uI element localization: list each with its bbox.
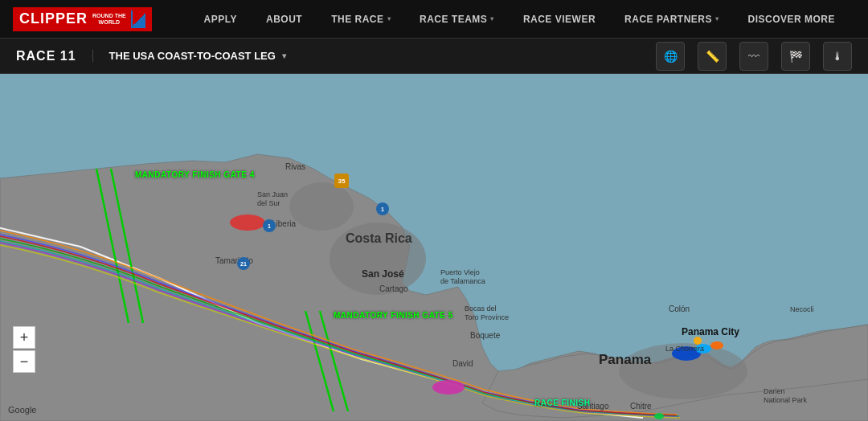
mandatory-gate-5-label: MANDATORY FINISH GATE 5: [334, 311, 453, 320]
race-title-dropdown[interactable]: THE USA COAST-TO-COAST LEG ▾: [92, 50, 286, 62]
zoom-in-button[interactable]: +: [13, 326, 35, 349]
bocas-label: Bocas delToro Province: [465, 305, 509, 322]
chitre-label: Chitre: [630, 402, 652, 411]
panama-city-label: Panama City: [682, 326, 739, 337]
necocli-label: Necocli: [790, 305, 814, 313]
rivas-label: Rivas: [285, 162, 305, 171]
nav-race-partners[interactable]: RACE PARTNERS▾: [610, 0, 733, 39]
navbar: CLIPPER ROUND THEWORLD APPLY ABOUT THE R…: [0, 0, 868, 39]
puerto-viejo-label: Puerto Viejode Talamanca: [440, 268, 485, 286]
boquete-label: Boquete: [470, 331, 500, 340]
logo-sub: ROUND THEWORLD: [92, 13, 126, 25]
thermometer-icon-btn[interactable]: 🌡: [823, 42, 852, 71]
panama-label: Panama: [599, 352, 651, 368]
race-title-chevron-icon: ▾: [282, 51, 286, 60]
nav-apply[interactable]: APPLY: [190, 0, 252, 39]
svg-point-15: [694, 337, 702, 345]
race-bar: RACE 11 THE USA COAST-TO-COAST LEG ▾ 🌐 📏…: [0, 39, 868, 74]
highway-badge-3: 1: [263, 219, 276, 232]
svg-point-11: [432, 380, 465, 394]
highway-badge: 35: [334, 174, 349, 188]
zoom-out-button[interactable]: −: [13, 350, 35, 373]
google-label: Google: [8, 405, 36, 415]
race-finish-label: RACE FINISH: [534, 399, 590, 407]
logo-text: CLIPPER: [19, 10, 88, 27]
nav-items: APPLY ABOUT THE RACE▾ RACE TEAMS▾ RACE V…: [184, 0, 855, 39]
race-title-text: THE USA COAST-TO-COAST LEG: [109, 50, 276, 62]
cartago-label: Cartago: [379, 284, 408, 293]
nav-about[interactable]: ABOUT: [252, 0, 317, 39]
costa-rica-label: Costa Rica: [346, 231, 412, 246]
nav-discover-more[interactable]: DISCOVER MORE: [734, 0, 850, 39]
nav-race-teams[interactable]: RACE TEAMS▾: [405, 0, 509, 39]
map-svg: [0, 74, 868, 421]
colon-label: Colón: [669, 305, 690, 313]
svg-point-16: [654, 413, 664, 419]
map-area: MANDATORY FINISH GATE 4 MANDATORY FINISH…: [0, 74, 868, 421]
waves-icon-btn[interactable]: 〰: [739, 42, 768, 71]
chevron-icon: ▾: [490, 15, 494, 22]
ruler-icon-btn[interactable]: 📏: [698, 42, 727, 71]
race-label: RACE 11: [16, 49, 76, 63]
san-jose-label: San José: [362, 268, 404, 280]
flag-icon-btn[interactable]: 🏁: [781, 42, 810, 71]
logo-area[interactable]: CLIPPER ROUND THEWORLD: [13, 7, 152, 31]
highway-badge-2: 1: [376, 202, 389, 215]
la-chorrera-label: La Chorrera: [665, 345, 704, 353]
race-bar-icons: 🌐 📏 〰 🏁 🌡: [656, 42, 852, 71]
svg-point-14: [710, 341, 723, 349]
svg-point-10: [230, 215, 265, 231]
chevron-icon: ▾: [715, 15, 719, 22]
darien-label: DarienNational Park: [764, 387, 807, 405]
david-label: David: [452, 359, 473, 368]
zoom-controls: + −: [13, 326, 35, 373]
nav-race-viewer[interactable]: RACE VIEWER: [509, 0, 610, 39]
chevron-icon: ▾: [387, 15, 391, 22]
nav-the-race[interactable]: THE RACE▾: [317, 0, 405, 39]
globe-icon-btn[interactable]: 🌐: [656, 42, 685, 71]
san-juan-label: San Juandel Sur: [257, 190, 288, 208]
svg-point-3: [289, 182, 354, 231]
highway-badge-4: 21: [237, 257, 250, 270]
mandatory-gate-4-label: MANDATORY FINISH GATE 4: [135, 170, 255, 179]
logo-sail-icon: [131, 10, 145, 28]
logo-box: CLIPPER ROUND THEWORLD: [13, 7, 152, 31]
